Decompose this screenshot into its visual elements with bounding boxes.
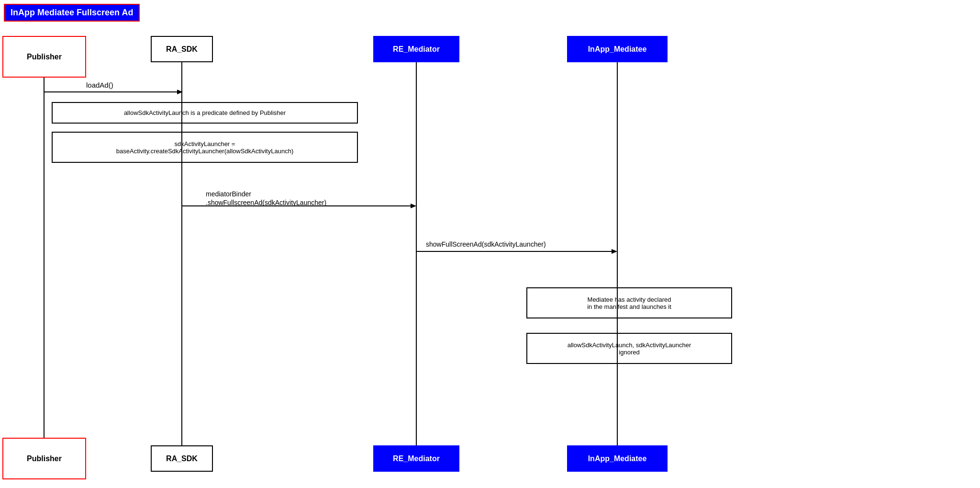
diagram-container: InApp Mediatee Fullscreen Ad Publisher R… <box>0 0 980 488</box>
note-mediatee-activity: Mediatee has activity declared in the ma… <box>526 287 732 318</box>
sequence-diagram-svg: loadAd() mediatorBinder .showFullscreenA… <box>0 0 980 488</box>
publisher-top: Publisher <box>2 36 86 78</box>
note-ignored: allowSdkActivityLaunch, sdkActivityLaunc… <box>526 333 732 364</box>
diagram-title: InApp Mediatee Fullscreen Ad <box>4 4 140 22</box>
inapp-mediatee-bottom: InApp_Mediatee <box>567 445 668 472</box>
re-mediator-bottom: RE_Mediator <box>373 445 459 472</box>
note-sdk-launcher: sdkActivityLauncher = baseActivity.creat… <box>52 132 358 163</box>
svg-marker-5 <box>177 90 183 94</box>
re-mediator-top: RE_Mediator <box>373 36 459 62</box>
svg-text:mediatorBinder: mediatorBinder <box>206 190 251 198</box>
svg-text:loadAd(): loadAd() <box>86 81 113 89</box>
ra-sdk-top: RA_SDK <box>151 36 213 62</box>
svg-marker-12 <box>612 249 617 254</box>
svg-text:.showFullscreenAd(sdkActivityL: .showFullscreenAd(sdkActivityLauncher) <box>206 199 326 206</box>
note-predicate: allowSdkActivityLaunch is a predicate de… <box>52 102 358 124</box>
svg-marker-8 <box>411 204 416 208</box>
publisher-bottom: Publisher <box>2 438 86 479</box>
inapp-mediatee-top: InApp_Mediatee <box>567 36 668 62</box>
ra-sdk-bottom: RA_SDK <box>151 445 213 472</box>
svg-text:showFullScreenAd(sdkActivityLa: showFullScreenAd(sdkActivityLauncher) <box>426 240 546 248</box>
